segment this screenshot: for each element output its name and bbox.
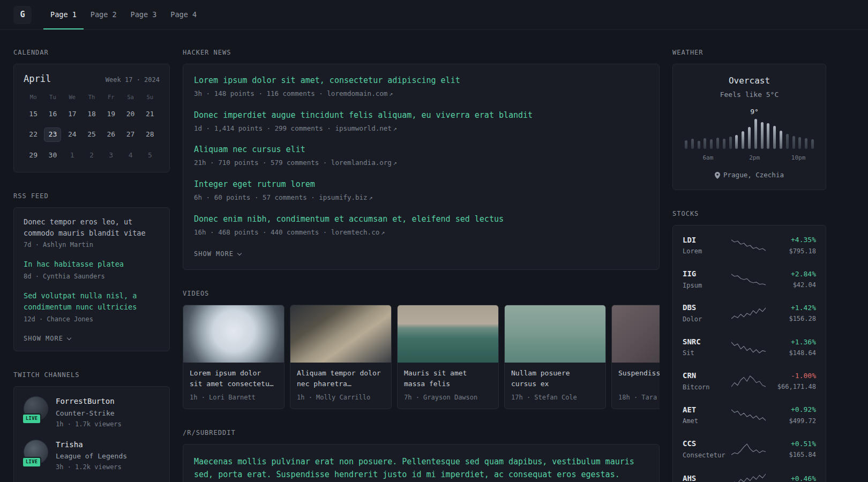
hn-story-meta: 1d · 1,414 points · 299 comments · ipsum…	[194, 124, 648, 133]
video-title[interactable]: Nullam posuere cursus ex	[511, 368, 599, 389]
tab-page-1[interactable]: Page 1	[43, 0, 84, 29]
rss-meta: 12d · Chance Jones	[24, 315, 160, 324]
rss-headline[interactable]: Donec tempor eros leo, ut commodo mauris…	[24, 216, 160, 239]
stock-row[interactable]: AET Amet +0.92% $499.72	[683, 398, 816, 432]
stock-row[interactable]: LDI Lorem +4.35% $795.18	[683, 229, 816, 262]
video-title[interactable]: Suspendisse diam	[618, 368, 660, 389]
hn-meta-text: 6h · 60 points · 57 comments · ipsumify.…	[194, 193, 368, 201]
day-header: We	[63, 93, 82, 101]
stock-sparkline	[731, 306, 766, 320]
video-title[interactable]: Aliquam tempor dolor nec pharetra…	[297, 368, 385, 389]
video-thumbnail[interactable]	[398, 305, 498, 363]
stock-price: $66,171.48	[766, 382, 816, 391]
top-navigation: G Page 1 Page 2 Page 3 Page 4	[0, 0, 868, 30]
temp-bar	[761, 122, 764, 149]
video-thumbnail[interactable]	[505, 305, 605, 363]
stock-row[interactable]: SNRC Sit +1.36% $148.64	[683, 330, 816, 364]
calendar-day-out-month: 2	[82, 148, 101, 162]
external-link-icon[interactable]: ↗	[381, 229, 385, 236]
rss-item: Donec tempor eros leo, ut commodo mauris…	[24, 216, 160, 250]
twitch-channel[interactable]: LIVE Trisha League of Legends 3h · 1.2k …	[24, 440, 160, 472]
external-link-icon[interactable]: ↗	[369, 194, 373, 201]
calendar-week-row: 15 16 17 18 19 20 21	[24, 107, 160, 121]
hn-meta-text: 21h · 710 points · 579 comments · loreml…	[194, 159, 392, 167]
video-card[interactable]: Nullam posuere cursus ex 17h · Stefan Co…	[504, 305, 606, 409]
temp-bar	[805, 138, 807, 149]
stock-ticker[interactable]: CRN	[683, 371, 731, 381]
stocks-widget-title: STOCKS	[672, 209, 826, 219]
hn-story-link[interactable]: Lorem ipsum dolor sit amet, consectetur …	[194, 75, 460, 86]
reddit-post-link[interactable]: Maecenas mollis pulvinar erat non posuer…	[194, 455, 648, 481]
stock-name: Lorem	[683, 247, 731, 256]
stock-sparkline	[731, 273, 766, 287]
temp-bar	[754, 119, 757, 149]
calendar-day: 29	[24, 148, 43, 162]
stock-row[interactable]: CCS Consectetur +0.51% $165.84	[683, 432, 816, 466]
video-title[interactable]: Mauris sit amet massa felis	[404, 368, 492, 389]
stock-ticker[interactable]: LDI	[683, 235, 731, 246]
tab-page-4[interactable]: Page 4	[163, 0, 204, 29]
rss-headline[interactable]: In hac habitasse platea	[24, 259, 160, 270]
tab-page-2[interactable]: Page 2	[84, 0, 124, 29]
stock-row[interactable]: CRN Bitcorn -1.00% $66,171.48	[683, 364, 816, 398]
stock-row[interactable]: IIG Ipsum +2.84% $42.04	[683, 262, 816, 296]
external-link-icon[interactable]: ↗	[393, 159, 397, 167]
calendar-widget: CALENDAR April Week 17 · 2024 Mo Tu We T…	[13, 48, 170, 172]
subreddit-widget: /R/SUBREDDIT Maecenas mollis pulvinar er…	[183, 428, 660, 482]
live-badge: LIVE	[22, 413, 41, 424]
video-card[interactable]: Aliquam tempor dolor nec pharetra… 1h · …	[290, 305, 392, 409]
twitch-channel[interactable]: LIVE ForrestBurton Counter-Strike 1h · 1…	[24, 396, 160, 429]
rss-widget-title: RSS FEED	[13, 192, 170, 201]
hn-story-link[interactable]: Donec enim nibh, condimentum et accumsan…	[194, 214, 504, 225]
hn-story-meta: 16h · 468 points · 440 comments · loremt…	[194, 228, 648, 237]
video-card[interactable]: Mauris sit amet massa felis 7h · Grayson…	[397, 305, 499, 409]
app-logo[interactable]: G	[13, 6, 32, 24]
stock-name: Dolor	[683, 315, 731, 324]
hn-show-more-button[interactable]: SHOW MORE	[194, 250, 241, 259]
calendar-day: 24	[63, 127, 82, 141]
stock-ticker[interactable]: SNRC	[683, 337, 731, 348]
stock-change: +0.51%	[766, 439, 816, 449]
stock-ticker[interactable]: DBS	[683, 303, 731, 313]
stock-ticker[interactable]: IIG	[683, 269, 731, 280]
hn-story-link[interactable]: Donec imperdiet augue tincidunt felis al…	[194, 110, 533, 121]
video-thumbnail[interactable]	[183, 305, 284, 363]
temp-bar	[729, 137, 732, 149]
stock-row[interactable]: DBS Dolor +1.42% $156.28	[683, 296, 816, 330]
calendar-day: 17	[63, 107, 82, 121]
tab-page-3[interactable]: Page 3	[124, 0, 164, 29]
videos-carousel: Lorem ipsum dolor sit amet consectetu… 1…	[183, 305, 660, 409]
stock-ticker[interactable]: AET	[683, 405, 731, 416]
video-thumbnail[interactable]	[612, 305, 660, 363]
video-card[interactable]: Suspendisse diam 18h · Tara	[611, 305, 660, 409]
calendar-day: 22	[24, 127, 43, 141]
rss-show-more-button[interactable]: SHOW MORE	[24, 334, 71, 343]
temp-bar	[811, 139, 814, 149]
video-title[interactable]: Lorem ipsum dolor sit amet consectetu…	[190, 368, 278, 389]
rss-headline[interactable]: Sed volutpat nulla nisl, a condimentum n…	[24, 290, 160, 313]
hn-story-link[interactable]: Aliquam nec cursus elit	[194, 144, 305, 155]
video-thumbnail[interactable]	[290, 305, 391, 363]
channel-name[interactable]: ForrestBurton	[56, 396, 122, 407]
location-pin-icon	[715, 172, 720, 179]
hour-label: 2pm	[749, 154, 760, 162]
weather-chart: 9°	[685, 119, 814, 149]
stock-name: Ipsum	[683, 281, 731, 290]
stock-ticker[interactable]: CCS	[683, 439, 731, 449]
temp-bar	[723, 139, 725, 149]
calendar-day-out-month: 3	[101, 148, 121, 162]
calendar-day-out-month: 5	[140, 148, 160, 162]
external-link-icon[interactable]: ↗	[389, 90, 393, 97]
external-link-icon[interactable]: ↗	[393, 125, 397, 132]
stock-row[interactable]: AHS +0.46%	[683, 466, 816, 482]
temp-bar	[735, 135, 738, 149]
hn-story-link[interactable]: Integer eget rutrum lorem	[194, 179, 315, 190]
reddit-post: Maecenas mollis pulvinar erat non posuer…	[194, 455, 648, 482]
stock-ticker[interactable]: AHS	[683, 473, 731, 482]
calendar-day: 16	[43, 107, 62, 121]
channel-name[interactable]: Trisha	[56, 440, 127, 450]
temp-bar	[773, 126, 776, 149]
stock-change: +1.42%	[766, 303, 816, 313]
video-card[interactable]: Lorem ipsum dolor sit amet consectetu… 1…	[183, 305, 285, 409]
calendar-month: April	[24, 73, 51, 86]
